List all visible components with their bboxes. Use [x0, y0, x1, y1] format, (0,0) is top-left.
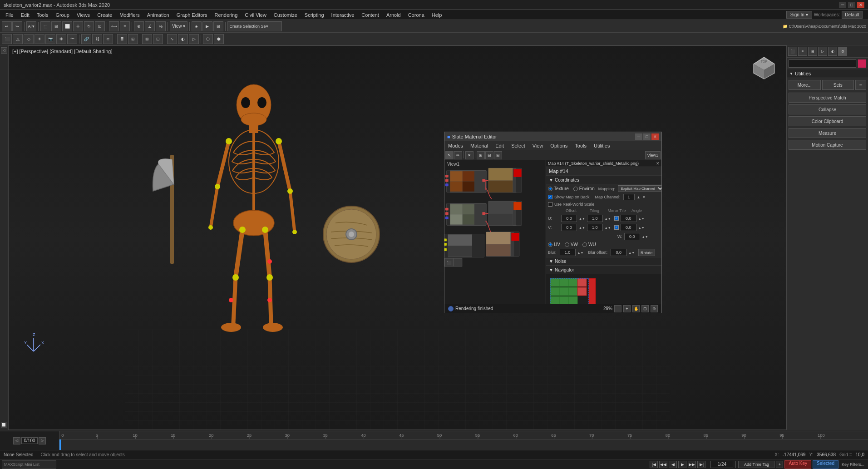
right-search-button[interactable]	[858, 59, 866, 68]
current-time-input[interactable]	[710, 461, 733, 468]
rp-create-tab[interactable]: ⬛	[788, 47, 797, 56]
selected-button[interactable]: Selected	[813, 460, 838, 469]
blur-input[interactable]	[560, 249, 576, 256]
timeline-track[interactable]: 0 5 10 15 20 25 30 35 40 45 50	[59, 431, 868, 450]
utilities-header[interactable]: ▼ Utilities	[787, 69, 868, 78]
select-object-button[interactable]: ⬚	[40, 21, 50, 31]
environ-radio-dot[interactable]	[573, 187, 578, 191]
texture-radio-dot[interactable]	[548, 187, 552, 191]
rp-modify-tab[interactable]: ≡	[798, 47, 807, 56]
blur-offset-spinner[interactable]: ▲▼	[628, 251, 635, 254]
map-channel-input[interactable]	[623, 194, 635, 200]
viewport-cube[interactable]: TOP	[750, 53, 779, 83]
v-mirror-checkbox[interactable]: ✓	[614, 225, 619, 230]
show-map-back-checkbox[interactable]: ✓	[548, 195, 552, 199]
solid-btn[interactable]: ⬢	[214, 34, 224, 44]
maxscript-mini-list[interactable]: MAXScript Mini List	[2, 460, 56, 469]
slate-menu-tools[interactable]: Tools	[571, 142, 590, 149]
render-frame-button[interactable]: ⊞	[213, 21, 223, 31]
slate-menu-options[interactable]: Options	[547, 142, 571, 149]
spacewarps-button[interactable]: 〜	[67, 34, 77, 44]
menu-create[interactable]: Create	[94, 11, 116, 19]
sign-in-button[interactable]: Sign In ▾	[786, 11, 812, 19]
menu-file[interactable]: File	[2, 11, 17, 19]
blur-spinner[interactable]: ▲▼	[577, 251, 584, 254]
menu-arnold[interactable]: Arnold	[383, 11, 404, 19]
util-perspective-match[interactable]: Perspective Match	[789, 93, 866, 103]
util-measure[interactable]: Measure	[789, 128, 866, 138]
vw-radio[interactable]: VW	[565, 242, 578, 247]
play-back-button[interactable]: ◀	[669, 461, 677, 468]
slate-menu-edit[interactable]: Edit	[492, 142, 508, 149]
restore-button[interactable]: □	[848, 2, 855, 8]
add-time-tag-button[interactable]: Add Time Tag	[738, 461, 774, 468]
u-angle-input[interactable]	[621, 215, 636, 222]
v-tiling-input[interactable]	[587, 224, 603, 231]
viewport[interactable]: [+] [Perspective] [Standard] [Default Sh…	[8, 45, 786, 430]
texture-radio[interactable]: Texture	[548, 186, 569, 191]
noise-section-header[interactable]: ▼ Noise	[546, 257, 661, 266]
menu-group[interactable]: Group	[52, 11, 73, 19]
slate-view-tab[interactable]: View1	[645, 151, 661, 159]
menu-graph-editors[interactable]: Graph Editors	[173, 11, 211, 19]
v-angle-input[interactable]	[621, 224, 636, 231]
slate-menu-select[interactable]: Select	[508, 142, 529, 149]
zoom-in-button[interactable]: +	[623, 305, 631, 312]
pan-button[interactable]: ✋	[632, 305, 640, 312]
util-collapse[interactable]: Collapse	[789, 104, 866, 114]
lights-button[interactable]: ☀	[35, 34, 44, 44]
render-scene-button[interactable]: ◈	[192, 21, 202, 31]
menu-scripting[interactable]: Scripting	[301, 11, 328, 19]
close-button[interactable]: ✕	[857, 2, 864, 8]
zoom-out-button[interactable]: -	[614, 305, 621, 312]
geometry-button[interactable]: △	[13, 34, 23, 44]
mapping-dropdown[interactable]: Explicit Map Channel	[618, 185, 661, 192]
navigator-section-header[interactable]: ▼ Navigator	[546, 266, 661, 274]
select-filter-dropdown[interactable]: All▾	[26, 21, 36, 31]
slate-paint-tool[interactable]: ✏	[454, 151, 462, 159]
menu-rendering[interactable]: Rendering	[211, 11, 242, 19]
rp-motion-tab[interactable]: ▷	[818, 47, 827, 56]
coordinates-section-header[interactable]: ▼ Coordinates	[546, 176, 661, 184]
use-real-world-checkbox[interactable]	[548, 202, 552, 207]
menu-content[interactable]: Content	[358, 11, 383, 19]
key-filters-label[interactable]: Key Filters...	[840, 462, 866, 467]
wire-btn[interactable]: ⬡	[203, 34, 213, 44]
rotate-button[interactable]: ↻	[84, 21, 94, 31]
map-header-close[interactable]: ✕	[656, 161, 660, 166]
auto-key-button[interactable]: Auto Key	[784, 460, 811, 469]
timeline-bar[interactable]	[59, 439, 868, 450]
menu-corona[interactable]: Corona	[404, 11, 428, 19]
wu-radio[interactable]: WU	[582, 242, 596, 247]
slate-menu-material[interactable]: Material	[467, 142, 492, 149]
ungroup-btn[interactable]: ⊡	[153, 34, 163, 44]
mirror-button[interactable]: ⟺	[109, 21, 119, 31]
wu-radio-dot[interactable]	[582, 242, 587, 247]
timeline-cursor[interactable]	[59, 439, 61, 450]
slate-layout-btn[interactable]: ⊞	[477, 151, 485, 159]
unlink-button[interactable]: ⛓	[92, 34, 102, 44]
slate-restore-button[interactable]: □	[643, 133, 651, 140]
rp-hierarchy-tab[interactable]: ⊞	[808, 47, 817, 56]
percent-snap[interactable]: %	[156, 21, 166, 31]
v-angle-spinner[interactable]: ▲▼	[638, 226, 645, 229]
link-button[interactable]: 🔗	[81, 34, 91, 44]
slate-menu-modes[interactable]: Modes	[444, 142, 467, 149]
next-key-button[interactable]: ▶▶	[688, 461, 696, 468]
u-tiling-spinner-up[interactable]: ▲▼	[605, 217, 611, 220]
slate-node-view[interactable]: View1	[444, 160, 546, 304]
create-selection-dropdown[interactable]: Create Selection Se▾	[227, 21, 282, 31]
next-frame-button[interactable]: ▷	[39, 437, 46, 444]
redo-button[interactable]: ↪	[12, 21, 22, 31]
menu-help[interactable]: Help	[428, 11, 446, 19]
v-tiling-spinner[interactable]: ▲▼	[605, 226, 611, 229]
prev-key-button[interactable]: ◀◀	[659, 461, 667, 468]
u-mirror-checkbox[interactable]: ✓	[614, 216, 619, 221]
slate-minimize-button[interactable]: ─	[635, 133, 642, 140]
u-offset-spinner-up[interactable]: ▲▼	[579, 217, 585, 220]
uv-radio[interactable]: UV	[548, 242, 560, 247]
slate-close-button[interactable]: ✕	[651, 133, 659, 140]
rotate-button[interactable]: Rotate	[638, 249, 655, 256]
u-offset-input[interactable]	[561, 215, 577, 222]
slate-compact-btn[interactable]: ⊟	[485, 151, 493, 159]
